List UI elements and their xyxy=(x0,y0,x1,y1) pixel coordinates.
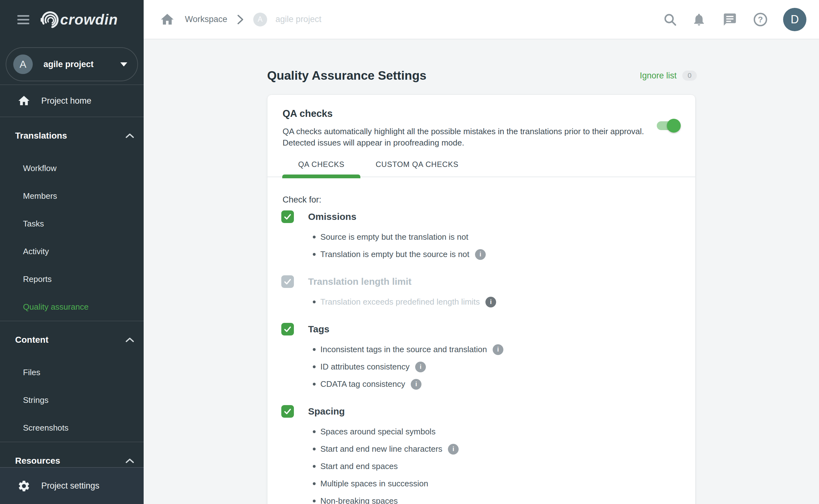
info-icon[interactable]: i xyxy=(415,362,426,372)
bullet-dot xyxy=(313,465,316,468)
search-icon[interactable] xyxy=(663,12,677,27)
rule-text: Spaces around special symbols xyxy=(320,427,436,437)
group-title: Omissions xyxy=(308,211,356,222)
notifications-bell-icon[interactable] xyxy=(692,12,706,27)
qa-check-rule: Multiple spaces in succession xyxy=(281,475,680,492)
tab-custom-qa-checks[interactable]: CUSTOM QA CHECKS xyxy=(363,152,471,177)
rule-text: Source is empty but the translation is n… xyxy=(320,232,468,242)
gear-icon xyxy=(17,479,31,493)
group-title: Translation length limit xyxy=(308,276,411,287)
info-icon[interactable]: i xyxy=(493,344,503,355)
qa-check-group: Translation length limit Translation exc… xyxy=(281,272,680,311)
group-title-row: Spacing xyxy=(281,402,680,421)
chevron-right-icon xyxy=(237,14,244,25)
sidebar-item-quality-assurance[interactable]: Quality assurance xyxy=(0,293,144,321)
ignore-list-count-badge: 0 xyxy=(682,71,697,81)
sidebar-section-header[interactable]: Content xyxy=(0,321,144,358)
group-bullets: Inconsistent tags in the source and tran… xyxy=(281,341,680,393)
page-title: Quality Assurance Settings xyxy=(267,69,427,83)
bullet-dot xyxy=(313,448,316,450)
qa-checks-description: QA checks automatically highlight all th… xyxy=(283,126,648,148)
sidebar-item-members[interactable]: Members xyxy=(0,182,144,210)
info-icon[interactable]: i xyxy=(448,444,459,455)
group-bullets: Spaces around special symbolsStart and e… xyxy=(281,423,680,504)
sidebar-item-activity[interactable]: Activity xyxy=(0,238,144,265)
sidebar-item-reports[interactable]: Reports xyxy=(0,265,144,293)
checkbox-checked[interactable] xyxy=(281,405,294,418)
topbar: Workspace A agile project xyxy=(144,0,819,39)
sidebar-item-strings[interactable]: Strings xyxy=(0,386,144,414)
breadcrumb-workspace-link[interactable]: Workspace xyxy=(185,14,227,24)
help-icon[interactable]: ? xyxy=(753,12,768,27)
rule-text: CDATA tag consistency xyxy=(320,379,405,389)
sidebar-section-items: WorkflowMembersTasksActivityReportsQuali… xyxy=(0,154,144,321)
sidebar: crowdin A agile project Project home Tra… xyxy=(0,0,144,504)
qa-check-rule: Translation is empty but the source is n… xyxy=(281,246,680,263)
rule-text: Start and end new line characters xyxy=(320,444,442,454)
rule-text: Non-breaking spaces xyxy=(320,496,398,504)
rule-text: Inconsistent tags in the source and tran… xyxy=(320,345,487,354)
group-title-row: Tags xyxy=(281,320,680,338)
sidebar-section-items: FilesStringsScreenshots xyxy=(0,358,144,442)
rule-text: ID attributes consistency xyxy=(320,362,409,372)
bullet-dot xyxy=(313,236,316,238)
info-icon[interactable]: i xyxy=(475,249,486,260)
toggle-knob xyxy=(667,119,681,133)
sidebar-item-workflow[interactable]: Workflow xyxy=(0,154,144,182)
bullet-dot xyxy=(313,348,316,351)
qa-checks-heading: QA checks xyxy=(283,108,333,119)
rule-text: Translation exceeds predefined length li… xyxy=(320,297,480,307)
project-avatar: A xyxy=(13,54,33,74)
qa-check-rule: Translation exceeds predefined length li… xyxy=(281,293,680,311)
qa-check-group: Spacing Spaces around special symbolsSta… xyxy=(281,402,680,504)
sidebar-section: Translations WorkflowMembersTasksActivit… xyxy=(0,117,144,321)
hamburger-menu-icon[interactable] xyxy=(17,15,29,24)
logo-text: crowdin xyxy=(60,11,118,28)
chevron-up-icon xyxy=(125,337,134,343)
sidebar-section-header[interactable]: Translations xyxy=(0,117,144,154)
bullet-dot xyxy=(313,383,316,386)
qa-check-rule: Non-breaking spaces xyxy=(281,492,680,504)
messages-chat-icon[interactable] xyxy=(723,12,737,27)
chevron-up-icon xyxy=(125,133,134,139)
sidebar-item-screenshots[interactable]: Screenshots xyxy=(0,414,144,442)
bullet-dot xyxy=(313,500,316,502)
home-icon xyxy=(160,12,175,27)
sidebar-item-project-home[interactable]: Project home xyxy=(0,85,144,117)
info-icon[interactable]: i xyxy=(411,379,421,390)
qa-checks-card: QA checks QA checks automatically highli… xyxy=(267,95,696,504)
info-icon[interactable]: i xyxy=(485,297,496,307)
ignore-list-link[interactable]: Ignore list xyxy=(640,71,677,81)
group-title-row: Omissions xyxy=(281,208,680,226)
project-selector[interactable]: A agile project xyxy=(6,47,138,81)
sidebar-item-files[interactable]: Files xyxy=(0,358,144,386)
home-icon xyxy=(17,94,31,107)
breadcrumb-home-button[interactable] xyxy=(160,12,175,27)
breadcrumb-project-name: agile project xyxy=(276,14,322,24)
bullet-dot xyxy=(313,482,316,485)
main-content: Quality Assurance Settings Ignore list 0… xyxy=(144,39,819,504)
user-avatar[interactable]: D xyxy=(783,8,806,31)
group-title: Tags xyxy=(308,324,329,335)
sidebar-item-tasks[interactable]: Tasks xyxy=(0,210,144,238)
group-title: Spacing xyxy=(308,406,345,417)
sidebar-item-label: Project home xyxy=(41,96,91,106)
chevron-up-icon xyxy=(125,458,134,464)
tab-qa-checks[interactable]: QA CHECKS xyxy=(282,152,360,177)
app-root: crowdin A agile project Project home Tra… xyxy=(0,0,819,504)
sidebar-header: crowdin xyxy=(0,0,144,39)
sidebar-footer-label: Project settings xyxy=(41,481,100,491)
checkbox-checked[interactable] xyxy=(281,210,294,223)
checkbox-checked[interactable] xyxy=(281,323,294,335)
checkbox-checked[interactable] xyxy=(281,275,294,288)
sidebar-item-project-settings[interactable]: Project settings xyxy=(0,467,144,504)
qa-checks-toggle[interactable] xyxy=(657,121,679,130)
ignore-list: Ignore list 0 xyxy=(640,71,697,81)
section-label: Resources xyxy=(15,456,60,466)
crowdin-logo[interactable]: crowdin xyxy=(40,10,131,30)
qa-groups: Omissions Source is empty but the transl… xyxy=(281,206,680,504)
qa-check-rule: Inconsistent tags in the source and tran… xyxy=(281,341,680,358)
group-title-row: Translation length limit xyxy=(281,272,680,291)
qa-check-group: Tags Inconsistent tags in the source and… xyxy=(281,320,680,393)
qa-card-header: QA checks QA checks automatically highli… xyxy=(267,95,695,177)
